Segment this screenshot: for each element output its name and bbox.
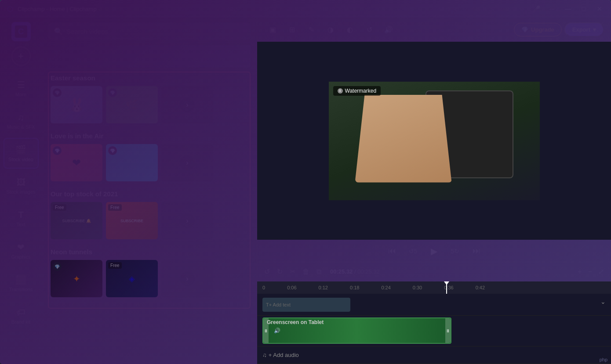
text-track-row: T+ Add text xyxy=(257,294,611,316)
video-preview: ℹ Watermarked xyxy=(329,82,540,200)
watermark-badge: ℹ Watermarked xyxy=(333,86,381,96)
right-area: ▣ ⊞ ✎ ◑ ◐ ↺ 🔊 💎 Upgrade Export ▾ xyxy=(257,18,611,364)
video-track-label: Greenscreen on Tablet xyxy=(267,319,324,325)
timeline-tracks: T+ Add text ⏸ 🔊 Greenscreen on Tablet ⏸ xyxy=(257,294,611,364)
video-track-row: ⏸ 🔊 Greenscreen on Tablet ⏸ xyxy=(257,316,611,346)
neon-section: Neon tunnels ✦ 💎 ◈ Free xyxy=(51,248,248,297)
video-bg xyxy=(329,82,540,200)
watermark-icon: ℹ xyxy=(338,88,343,94)
add-audio-button[interactable]: ♫ + Add audio xyxy=(262,352,299,358)
neon-grid: ✦ 💎 ◈ Free › xyxy=(51,260,248,297)
timeline-ruler: 0 0:06 0:12 0:18 0:24 0:30 0:36 0:42 xyxy=(257,281,611,294)
audio-note-icon: ♫ xyxy=(262,352,267,358)
watermark-text: Watermarked xyxy=(345,88,377,94)
neon-more-bg xyxy=(42,45,257,364)
main-container: C + ☰ More ♫ Music & SFX 🎬 Stock video 🖼… xyxy=(0,18,611,364)
preview-area: ℹ Watermarked 16:9 ? xyxy=(257,42,611,240)
neon-more-button[interactable]: › xyxy=(161,260,213,297)
easter-section-highlighted: Easter season 🐰 💎 🌿 💎 xyxy=(48,72,251,309)
playhead[interactable] xyxy=(446,281,447,294)
ruler-mark-18: 0:18 xyxy=(350,285,359,290)
php-watermark: php xyxy=(600,357,607,362)
ruler-mark-36: 0:36 xyxy=(444,285,453,290)
ruler-mark-30: 0:30 xyxy=(413,285,422,290)
text-track-placeholder: T+ Add text xyxy=(266,302,291,307)
scroll-area[interactable]: Easter season 🐰 💎 🌿 💎 xyxy=(42,45,257,364)
ruler-mark-6: 0:06 xyxy=(287,285,296,290)
text-track-content: T+ Add text xyxy=(262,296,611,314)
text-track-add-item[interactable]: T+ Add text xyxy=(262,298,350,312)
add-audio-label: + Add audio xyxy=(269,352,299,358)
ruler-marks: 0 0:06 0:12 0:18 0:24 0:30 0:36 0:42 xyxy=(262,285,485,290)
expand-timeline-button[interactable]: ⌄ xyxy=(600,298,606,305)
content-panel: 🔍 Easter season 🐰 💎 xyxy=(42,18,257,364)
ruler-mark-0: 0 xyxy=(262,285,265,290)
ruler-mark-12: 0:12 xyxy=(319,285,328,290)
hand-shape xyxy=(355,95,452,183)
playhead-head xyxy=(444,281,449,285)
mute-icon[interactable]: 🔊 xyxy=(274,328,280,334)
ruler-mark-42: 0:42 xyxy=(476,285,485,290)
video-frame xyxy=(329,82,540,200)
ruler-mark-24: 0:24 xyxy=(381,285,390,290)
track-handle-right[interactable]: ⏸ xyxy=(445,318,451,343)
video-track-content: ⏸ 🔊 Greenscreen on Tablet ⏸ xyxy=(262,317,611,345)
video-track-item[interactable]: ⏸ 🔊 Greenscreen on Tablet ⏸ xyxy=(262,317,451,344)
audio-track-row: ♫ + Add audio xyxy=(257,346,611,364)
